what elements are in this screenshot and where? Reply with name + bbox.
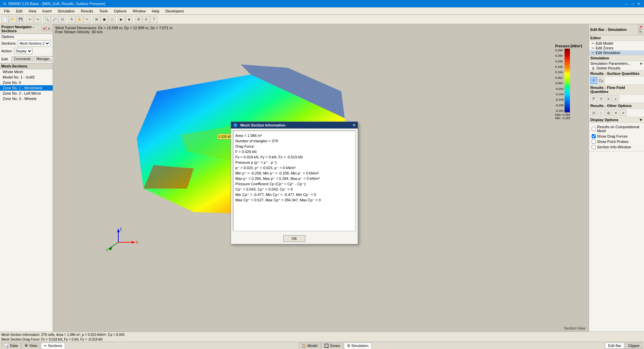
modal-close-button[interactable]: ✕: [352, 123, 356, 128]
tb-wireframe[interactable]: ◻: [108, 16, 116, 23]
tb-pan[interactable]: ✋: [76, 16, 83, 23]
tab-model[interactable]: 🏠 Model: [299, 343, 320, 349]
mesh-item-zone0[interactable]: Zone No. 0: [0, 80, 53, 85]
edit-label: Edit:: [1, 57, 9, 61]
tb-zoom-in[interactable]: 🔍: [43, 16, 51, 23]
sections-select[interactable]: Mesh-Sections 2 Mesh-Sections 1: [18, 40, 50, 46]
menu-help[interactable]: Help: [149, 8, 162, 14]
menu-file[interactable]: File: [1, 8, 13, 14]
left-panel-header: Project Navigator - Sections 📌 ✕: [0, 24, 53, 34]
edit-zones-item[interactable]: ✏ Edit Zones: [589, 46, 644, 50]
app-icon: 🌬: [3, 2, 6, 6]
left-panel-title: Project Navigator - Sections: [1, 25, 42, 33]
tab-clipper[interactable]: Clipper: [625, 343, 643, 349]
edit-model-item[interactable]: ✏ Edit Model: [589, 41, 644, 46]
simulation-parameters-row[interactable]: Simulation Parameters... ▶: [589, 61, 644, 66]
tb-help[interactable]: ?: [150, 16, 158, 23]
tb-fit[interactable]: ⊡: [59, 16, 66, 23]
tb-open[interactable]: 📂: [9, 16, 16, 23]
mesh-item-wheels[interactable]: Zone No. 3 - Wheels: [0, 96, 53, 101]
manager-button[interactable]: Manager...: [34, 56, 54, 61]
left-panel: Project Navigator - Sections 📌 ✕ Options…: [0, 24, 53, 332]
title-bar-controls[interactable]: — □ ✕: [624, 1, 641, 6]
flow-e-button[interactable]: ε: [612, 95, 619, 102]
panel-pin-button[interactable]: 📌: [42, 27, 46, 31]
other-icon-4[interactable]: ✦: [612, 109, 619, 116]
mesh-item-whole-mesh[interactable]: Whole Mesh: [0, 69, 53, 74]
surface-p-button[interactable]: P: [590, 77, 597, 84]
modal-line-10: Pressure Coefficient Cp (Cp⁺ = Cp⁺ - Cp⁻…: [235, 181, 353, 187]
edit-model-icon: ✏: [592, 42, 594, 45]
options-label: Options: [1, 35, 14, 39]
simulation-section: Simulation Simulation Parameters... ▶ 🗑 …: [589, 55, 644, 71]
modal-ok-button[interactable]: OK: [283, 235, 305, 242]
menu-tools[interactable]: Tools: [97, 8, 111, 14]
mesh-item-golf2[interactable]: Model No. 1 - Golf2: [0, 74, 53, 80]
maximize-button[interactable]: □: [630, 1, 635, 6]
surface-cp-button[interactable]: Cp: [598, 77, 604, 84]
cb-val-1: 0.294: [555, 49, 564, 52]
tb-new[interactable]: 📄: [1, 16, 9, 23]
cb-min-label: Min:: [555, 116, 561, 120]
tb-stop[interactable]: ■: [125, 16, 133, 23]
edit-simulation-label: Edit Simulation: [596, 51, 620, 55]
computational-mesh-checkbox[interactable]: [592, 127, 596, 131]
point-probes-checkbox[interactable]: [592, 140, 596, 144]
checkbox-point-probes: Show Point Probes: [590, 139, 643, 144]
minimize-button[interactable]: —: [624, 1, 629, 6]
tb-info[interactable]: ℹ: [142, 16, 150, 23]
commands-button[interactable]: Commands: [11, 56, 33, 61]
cb-max-label: Max:: [555, 113, 562, 116]
menu-window[interactable]: Window: [130, 8, 149, 14]
flow-p-button[interactable]: P: [590, 95, 597, 102]
tb-settings[interactable]: ⚙: [135, 16, 142, 23]
mesh-item-windshield[interactable]: Zone No. 1 - Windshield: [0, 85, 53, 91]
flow-k-button[interactable]: k: [605, 95, 612, 102]
close-button[interactable]: ✕: [636, 1, 641, 6]
tab-edit-bar[interactable]: Edit Bar: [605, 343, 624, 349]
tb-zoom-out[interactable]: 🔎: [51, 16, 58, 23]
delete-results-item[interactable]: 🗑 Delete Results: [589, 66, 644, 70]
tb-surface[interactable]: ◼: [101, 16, 108, 23]
tab-sections[interactable]: ✂ Sections: [41, 343, 65, 349]
tb-mesh[interactable]: ⊞: [93, 16, 100, 23]
menu-options[interactable]: Options: [111, 8, 129, 14]
modal-line-1: Area = 1.086 m²: [235, 133, 353, 138]
section-info-checkbox[interactable]: [592, 145, 596, 149]
menu-developers[interactable]: Developers: [163, 8, 187, 14]
tab-zones[interactable]: 🔲 Zones: [321, 343, 343, 349]
menu-view[interactable]: View: [26, 8, 39, 14]
display-options-header[interactable]: Display Options ▼: [589, 117, 644, 123]
other-icon-5[interactable]: ✔: [620, 109, 627, 116]
viewport[interactable]: Wind Tunnel Dimensions: Dx = 15.599 m, D…: [53, 24, 589, 332]
modal-line-12: Min Cp⁺ = -0.477, Min Cp⁺ = -0.477, Min …: [235, 192, 353, 197]
tb-rotate[interactable]: ↻: [68, 16, 75, 23]
other-icon-1[interactable]: ⊡: [590, 109, 597, 116]
simulation-parameters-label: Simulation Parameters...: [590, 61, 631, 65]
mesh-item-left-mirror[interactable]: Zone No. 2 - Left Mirror: [0, 91, 53, 96]
tb-redo[interactable]: ↪: [34, 16, 41, 23]
colorbar-gradient-bar: [565, 49, 570, 112]
menu-results[interactable]: Results: [78, 8, 96, 14]
tb-select[interactable]: ↖: [83, 16, 91, 23]
drag-forces-checkbox[interactable]: [592, 134, 596, 138]
modal-line-11: Cp⁺ = 0.043, Cp⁺ = 0.043, Cp⁻ = 0: [235, 187, 353, 192]
tab-data[interactable]: 📊 Data: [1, 343, 21, 349]
right-panel-pin[interactable]: 📌: [638, 25, 643, 30]
other-icon-3[interactable]: ⊞: [605, 109, 612, 116]
right-panel-close[interactable]: ✕: [638, 30, 643, 34]
menu-simulation[interactable]: Simulation: [55, 8, 77, 14]
panel-close-button[interactable]: ✕: [47, 27, 51, 31]
menu-insert[interactable]: Insert: [40, 8, 54, 14]
tb-save[interactable]: 💾: [17, 16, 24, 23]
tab-simulation[interactable]: ⚙ Simulation: [344, 343, 371, 349]
tb-undo[interactable]: ↩: [26, 16, 34, 23]
menu-edit[interactable]: Edit: [13, 8, 25, 14]
flow-v-button[interactable]: V: [598, 95, 604, 102]
edit-simulation-item[interactable]: ✏ Edit Simulation: [589, 50, 644, 55]
tb-run[interactable]: ▶: [118, 16, 125, 23]
edit-row: Edit: Commands Manager...: [0, 55, 53, 63]
tab-view[interactable]: 👁 View: [21, 343, 40, 349]
other-icon-2[interactable]: ↕: [598, 109, 604, 116]
action-select[interactable]: Display Edit: [14, 48, 33, 54]
